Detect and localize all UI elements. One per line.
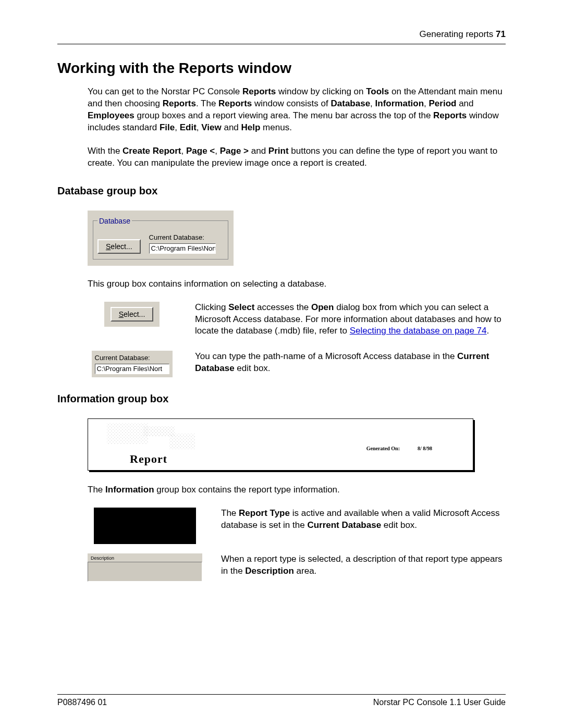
description-desc: When a report type is selected, a descri… [221, 553, 506, 577]
information-heading: Information group box [57, 393, 506, 405]
description-label: Description [88, 553, 202, 562]
page-footer: P0887496 01 Norstar PC Console 1.1 User … [57, 689, 506, 707]
select-button[interactable]: Select... [97, 239, 141, 254]
document-page: Generating reports 71 Working with the R… [0, 0, 563, 728]
intro-paragraph-1: You can get to the Norstar PC Console Re… [88, 86, 506, 134]
header-section: Generating reports [420, 29, 494, 39]
select-database-link[interactable]: Selecting the database on page 74 [350, 326, 487, 336]
current-database-label-2: Current Database: [95, 354, 169, 362]
select-button-2[interactable]: Select... [111, 307, 154, 322]
header-rule [57, 44, 506, 44]
database-legend: Database [97, 217, 132, 225]
footer-right: Norstar PC Console 1.1 User Guide [373, 698, 506, 707]
report-type-row: The Report Type is active and available … [88, 508, 506, 544]
information-caption: The Information group box contains the r… [88, 484, 506, 496]
description-tile: Description [88, 553, 202, 582]
running-header: Generating reports 71 [57, 29, 506, 40]
select-row: Select... Clicking Select accesses the O… [88, 302, 506, 338]
intro-paragraph-2: With the Create Report, Page <, Page > a… [88, 145, 506, 169]
select-desc: Clicking Select accesses the Open dialog… [195, 302, 506, 338]
database-caption: This group box contains information on s… [88, 278, 506, 290]
report-decor [107, 423, 206, 456]
description-row: Description When a report type is select… [88, 553, 506, 582]
current-database-input[interactable]: C:\Program Files\Nort [149, 243, 216, 254]
report-banner-title: Report [130, 452, 167, 466]
database-groupbox-screenshot: Database Select... Current Database: C:\… [88, 211, 234, 266]
report-banner: Report Generated On: 8/ 8/98 [88, 418, 473, 471]
description-box[interactable] [88, 562, 202, 582]
select-button-tile: Select... [104, 302, 160, 327]
report-type-desc: The Report Type is active and available … [221, 508, 506, 532]
footer-rule [57, 694, 506, 695]
generated-on-label: Generated On: [366, 446, 400, 451]
header-page: 71 [496, 29, 506, 39]
page-title: Working with the Reports window [57, 60, 506, 77]
current-db-desc: You can type the path-name of a Microsof… [195, 351, 506, 375]
current-database-label: Current Database: [149, 233, 224, 241]
footer-left: P0887496 01 [57, 698, 107, 707]
report-type-tile [94, 508, 196, 544]
current-database-input-2[interactable]: C:\Program Files\Nort [95, 364, 169, 374]
current-db-row: Current Database: C:\Program Files\Nort … [88, 351, 506, 377]
generated-on-date: 8/ 8/98 [418, 446, 432, 451]
current-database-tile: Current Database: C:\Program Files\Nort [92, 351, 173, 377]
database-heading: Database group box [57, 185, 506, 197]
database-fieldset: Database Select... Current Database: C:\… [93, 217, 228, 260]
